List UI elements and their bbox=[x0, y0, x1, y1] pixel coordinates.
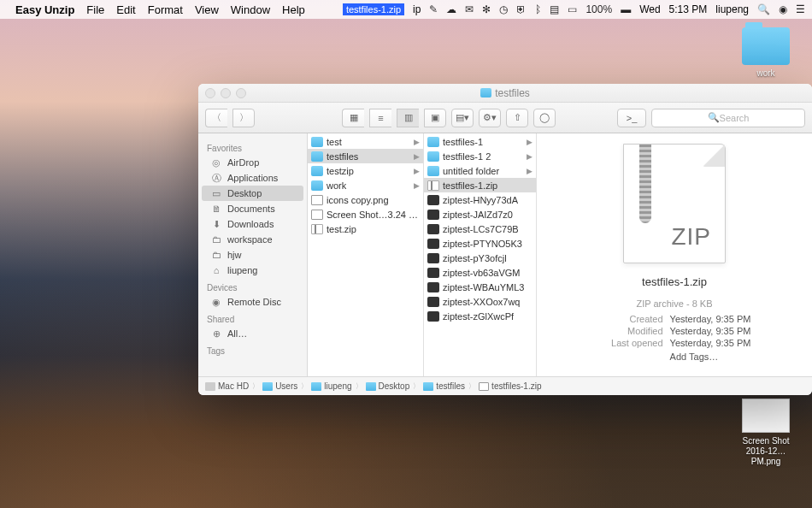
sidebar-item-remote-disc[interactable]: ◉Remote Disc bbox=[198, 294, 307, 310]
desktop-folder-work[interactable]: work bbox=[732, 27, 800, 79]
column-1: test▶testfiles▶testzip▶work▶icons copy.p… bbox=[308, 133, 424, 376]
path-seg-liupeng[interactable]: liupeng bbox=[311, 381, 351, 391]
path-seg-file[interactable]: testfiles-1.zip bbox=[479, 381, 541, 391]
menu-window[interactable]: Window bbox=[231, 3, 270, 16]
sidebar-item-applications[interactable]: ⒶApplications bbox=[198, 170, 307, 186]
file-row[interactable]: test▶ bbox=[308, 134, 423, 149]
opened-value: Yesterday, 9:35 PM bbox=[670, 338, 751, 348]
sidebar-item-label: Applications bbox=[227, 173, 278, 183]
file-row[interactable]: testfiles-1▶ bbox=[424, 134, 536, 149]
action-button[interactable]: ⚙▾ bbox=[479, 109, 501, 127]
menubar-extra-icon[interactable]: ip bbox=[413, 3, 421, 15]
file-row[interactable]: work▶ bbox=[308, 178, 423, 192]
menu-file[interactable]: File bbox=[86, 3, 104, 16]
forward-button[interactable]: 〉 bbox=[232, 109, 255, 127]
menu-help[interactable]: Help bbox=[282, 3, 305, 16]
desktop-file-screenshot[interactable]: Screen Shot 2016-12…PM.png bbox=[732, 399, 800, 467]
view-list-button[interactable]: ≡ bbox=[369, 109, 391, 127]
back-button[interactable]: 〈 bbox=[205, 109, 227, 127]
path-seg-desktop[interactable]: Desktop bbox=[366, 381, 410, 391]
file-name: ziptest-JAIZd7z0 bbox=[443, 210, 513, 220]
file-row[interactable]: ziptest-XXOox7wq bbox=[424, 294, 536, 309]
sidebar-item-hjw[interactable]: 🗀hjw bbox=[198, 247, 307, 263]
sidebar-item-liupeng[interactable]: ⌂liupeng bbox=[198, 263, 307, 278]
file-row[interactable]: ziptest-vb63aVGM bbox=[424, 265, 536, 280]
spotlight-icon[interactable]: 🔍 bbox=[757, 3, 770, 15]
file-row[interactable]: testfiles-1.zip bbox=[424, 178, 536, 192]
file-row[interactable]: ziptest-HNyy73dA bbox=[424, 192, 536, 207]
file-row[interactable]: testfiles-1 2▶ bbox=[424, 149, 536, 163]
flag-icon[interactable]: ▬ bbox=[621, 3, 631, 15]
file-row[interactable]: ziptest-WBAuYML3 bbox=[424, 280, 536, 294]
sidebar-item-all-[interactable]: ⊕All… bbox=[198, 326, 307, 341]
path-seg-users[interactable]: Users bbox=[262, 381, 297, 391]
titlebar[interactable]: testfiles bbox=[198, 84, 812, 103]
sidebar-item-documents[interactable]: 🗎Documents bbox=[198, 201, 307, 216]
clock-icon[interactable]: ◷ bbox=[499, 3, 508, 15]
chevron-right-icon: ▶ bbox=[414, 138, 420, 146]
clock-day[interactable]: Wed bbox=[639, 3, 660, 15]
file-row[interactable]: testfiles▶ bbox=[308, 149, 423, 163]
bell-icon[interactable]: ✻ bbox=[482, 3, 491, 15]
search-field[interactable]: 🔍 Search bbox=[651, 109, 805, 127]
sidebar-icon: ⌂ bbox=[210, 265, 222, 275]
zoom-button[interactable] bbox=[236, 88, 246, 98]
exec-icon bbox=[427, 253, 439, 263]
chevron-right-icon: ▶ bbox=[414, 152, 420, 161]
add-tags-link[interactable]: Add Tags… bbox=[670, 351, 751, 362]
arrange-button[interactable]: ▤▾ bbox=[451, 109, 474, 127]
sidebar-item-label: Remote Disc bbox=[227, 297, 281, 307]
clock-time[interactable]: 5:13 PM bbox=[669, 3, 708, 15]
menu-format[interactable]: Format bbox=[148, 3, 183, 16]
sidebar-item-downloads[interactable]: ⬇Downloads bbox=[198, 216, 307, 232]
sidebar-icon: Ⓐ bbox=[210, 172, 222, 185]
share-button[interactable]: ⇧ bbox=[506, 109, 528, 127]
sidebar-head-tags: Tags bbox=[198, 341, 307, 357]
file-row[interactable]: ziptest-pY3ofcjl bbox=[424, 251, 536, 265]
sidebar-item-desktop[interactable]: ▭Desktop bbox=[202, 186, 303, 201]
file-row[interactable]: ziptest-JAIZd7z0 bbox=[424, 207, 536, 222]
evernote-icon[interactable]: ✎ bbox=[429, 3, 438, 15]
battery-icon[interactable]: 100% bbox=[585, 3, 612, 15]
exec-icon bbox=[427, 239, 439, 249]
file-row[interactable]: untitled folder▶ bbox=[424, 163, 536, 178]
path-seg-machd[interactable]: Mac HD bbox=[205, 381, 249, 391]
sidebar: Favorites ◎AirDropⒶApplications▭Desktop🗎… bbox=[198, 133, 308, 376]
app-menu[interactable]: Easy Unzip bbox=[15, 3, 74, 16]
file-row[interactable]: ziptest-LCs7C79B bbox=[424, 222, 536, 236]
user-name[interactable]: liupeng bbox=[715, 3, 749, 15]
path-button[interactable]: >_ bbox=[617, 109, 646, 127]
search-icon: 🔍 bbox=[708, 112, 720, 123]
tags-button[interactable]: ◯ bbox=[533, 109, 556, 127]
path-seg-testfiles[interactable]: testfiles bbox=[423, 381, 465, 391]
siri-icon[interactable]: ◉ bbox=[779, 3, 787, 15]
sidebar-head-shared: Shared bbox=[198, 310, 307, 326]
wechat-icon[interactable]: ✉ bbox=[465, 3, 474, 15]
sidebar-item-workspace[interactable]: 🗀workspace bbox=[198, 232, 307, 247]
view-icons-button[interactable]: ▦ bbox=[342, 109, 364, 127]
file-name: Screen Shot…3.24 PM.png bbox=[327, 210, 420, 220]
file-row[interactable]: test.zip bbox=[308, 222, 423, 236]
cloud-icon[interactable]: ☁ bbox=[446, 3, 456, 15]
file-row[interactable]: Screen Shot…3.24 PM.png bbox=[308, 207, 423, 222]
shield-icon[interactable]: ⛨ bbox=[516, 3, 527, 15]
file-row[interactable]: icons copy.png bbox=[308, 192, 423, 207]
menu-edit[interactable]: Edit bbox=[116, 3, 135, 16]
close-button[interactable] bbox=[205, 88, 215, 98]
minimize-button[interactable] bbox=[221, 88, 231, 98]
sidebar-icon: ⊕ bbox=[210, 328, 222, 340]
sidebar-item-airdrop[interactable]: ◎AirDrop bbox=[198, 155, 307, 170]
file-row[interactable]: testzip▶ bbox=[308, 163, 423, 178]
notification-center-icon[interactable]: ☰ bbox=[796, 3, 805, 15]
file-row[interactable]: ziptest-zGlXwcPf bbox=[424, 309, 536, 323]
view-gallery-button[interactable]: ▣ bbox=[424, 109, 446, 127]
file-name: ziptest-pY3ofcjl bbox=[443, 253, 507, 263]
file-name: test.zip bbox=[327, 224, 356, 234]
menubar-extra-filename[interactable]: testfiles-1.zip bbox=[343, 3, 404, 15]
wifi-icon[interactable]: ▤ bbox=[550, 3, 559, 15]
airplay-icon[interactable]: ▭ bbox=[568, 3, 577, 15]
file-row[interactable]: ziptest-PTYNO5K3 bbox=[424, 236, 536, 251]
menu-view[interactable]: View bbox=[195, 3, 219, 16]
bluetooth-icon[interactable]: ᛒ bbox=[535, 3, 541, 15]
view-columns-button[interactable]: ▥ bbox=[397, 109, 419, 127]
